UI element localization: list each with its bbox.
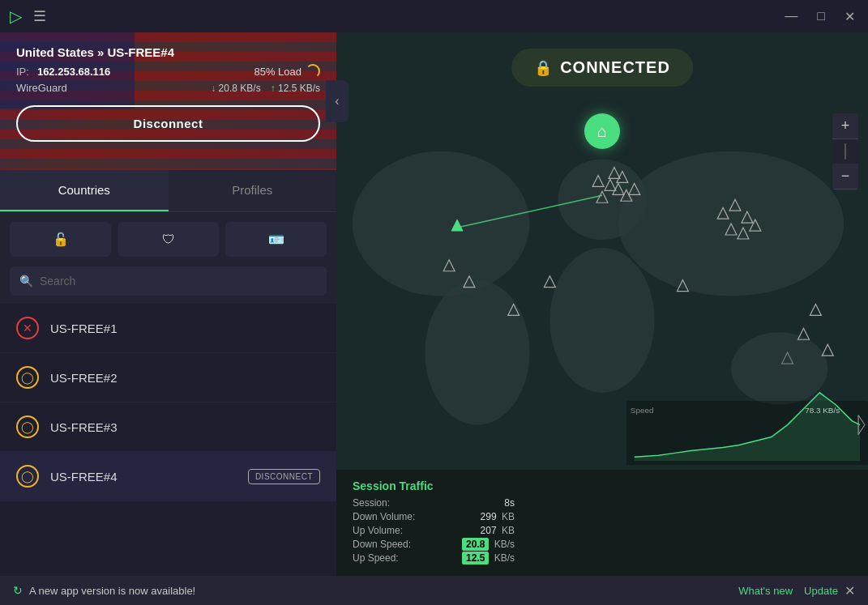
search-icon: 🔍	[19, 275, 33, 288]
filter-row: 🔓 🛡 🪪	[0, 212, 336, 266]
tab-countries[interactable]: Countries	[0, 170, 169, 211]
load-indicator	[306, 64, 320, 79]
server-item[interactable]: ◯ US-FREE#2	[0, 353, 336, 403]
zoom-in-button[interactable]: +	[832, 113, 858, 139]
whats-new-link[interactable]: What's new	[738, 585, 793, 597]
home-pin: ⌂	[584, 113, 620, 149]
maximize-button[interactable]: □	[814, 6, 828, 27]
tab-profiles[interactable]: Profiles	[169, 170, 337, 211]
protocol-speed-row: WireGuard ↓ 20.8 KB/s ↑ 12.5 KB/s	[16, 82, 320, 94]
traffic-label: Up Volume:	[353, 525, 403, 536]
speed-info: ↓ 20.8 KB/s ↑ 12.5 KB/s	[211, 83, 320, 94]
ip-value: 162.253.68.116	[37, 66, 110, 78]
traffic-label: Up Speed:	[353, 552, 399, 564]
left-panel: United States » US-FREE#4 IP: 162.253.68…	[0, 32, 336, 576]
protocol-label: WireGuard	[16, 82, 67, 94]
traffic-row-up-vol: Up Volume: 207 KB	[353, 525, 515, 536]
server-item-active[interactable]: ◯ US-FREE#4 DISCONNECT	[0, 452, 336, 501]
svg-point-4	[549, 248, 654, 393]
bottom-bar: ↻ A new app version is now available! Wh…	[0, 576, 868, 605]
search-box: 🔍	[10, 266, 327, 296]
title-bar: ▷ ☰ — □ ✕	[0, 0, 868, 32]
svg-point-2	[425, 280, 529, 425]
zoom-out-button[interactable]: −	[832, 164, 858, 190]
disconnect-badge[interactable]: DISCONNECT	[248, 469, 320, 484]
update-message: A new app version is now available!	[29, 585, 732, 597]
close-update-button[interactable]: ✕	[844, 583, 855, 599]
filter-all-button[interactable]: 🔓	[10, 222, 111, 257]
traffic-row-down-vol: Down Volume: 299 KB	[353, 511, 515, 522]
hamburger-menu[interactable]: ☰	[33, 7, 46, 25]
svg-point-1	[353, 151, 530, 296]
server-status-active: ◯	[16, 465, 39, 488]
search-input[interactable]	[40, 275, 317, 288]
server-list: ✕ US-FREE#1 ◯ US-FREE#2 ◯ US-FREE#3 ◯ US…	[0, 304, 336, 576]
arrow-down-icon: ↓	[211, 83, 216, 94]
traffic-value: 207 KB	[481, 525, 515, 536]
lock-icon: 🔒	[534, 59, 552, 77]
server-status-warning: ◯	[16, 415, 39, 438]
refresh-icon: ↻	[13, 584, 23, 597]
traffic-value-highlight: 20.8 KB/s	[462, 539, 515, 550]
right-panel: Speed 78.3 KB/s 🔒 CONNECTED ⌂ + − Sess	[336, 32, 868, 576]
disconnect-button[interactable]: Disconnect	[16, 105, 320, 142]
server-name-text: US-FREE#2	[50, 371, 320, 385]
traffic-label: Down Volume:	[353, 511, 415, 522]
connected-badge: 🔒 CONNECTED	[511, 49, 693, 87]
traffic-row-session: Session: 8s	[353, 497, 515, 509]
minimize-button[interactable]: —	[781, 6, 801, 27]
svg-point-6	[731, 332, 827, 404]
server-status-warning: ◯	[16, 366, 39, 389]
filter-id-button[interactable]: 🪪	[225, 222, 327, 257]
collapse-panel-button[interactable]: ‹	[326, 80, 348, 122]
upload-speed: ↑ 12.5 KB/s	[271, 83, 320, 94]
ip-load-row: IP: 162.253.68.116 85% Load	[16, 64, 320, 79]
connection-info: United States » US-FREE#4 IP: 162.253.68…	[16, 45, 320, 142]
server-status-error: ✕	[16, 317, 39, 339]
connection-header: United States » US-FREE#4 IP: 162.253.68…	[0, 32, 336, 170]
search-container: 🔍	[0, 266, 336, 304]
traffic-label: Session:	[353, 497, 390, 509]
traffic-value: 299 KB	[481, 511, 515, 522]
traffic-title: Session Traffic	[353, 479, 515, 492]
zoom-slider[interactable]	[832, 139, 858, 164]
server-name-text: US-FREE#1	[50, 322, 320, 335]
window-controls: — □ ✕	[781, 6, 858, 28]
zoom-track	[844, 143, 846, 160]
traffic-value: 8s	[504, 497, 515, 509]
load-text: 85% Load	[254, 64, 320, 79]
server-name-text: US-FREE#3	[50, 420, 320, 434]
title-bar-left: ▷ ☰	[10, 6, 46, 26]
traffic-label: Down Speed:	[353, 539, 411, 550]
traffic-row-down-speed: Down Speed: 20.8 KB/s	[353, 539, 515, 550]
ip-label: IP:	[16, 66, 29, 78]
arrow-up-icon: ↑	[271, 83, 276, 94]
main-layout: United States » US-FREE#4 IP: 162.253.68…	[0, 32, 868, 576]
traffic-value-highlight: 12.5 KB/s	[462, 552, 515, 564]
close-button[interactable]: ✕	[841, 6, 858, 28]
logo-icon: ▷	[10, 6, 22, 26]
zoom-controls: + −	[832, 113, 858, 190]
server-item[interactable]: ◯ US-FREE#3	[0, 403, 336, 452]
session-traffic: Session Traffic Session: 8s Down Volume:…	[336, 470, 868, 576]
traffic-info: Session Traffic Session: 8s Down Volume:…	[353, 479, 515, 566]
tabs-row: Countries Profiles	[0, 170, 336, 212]
server-name-text: US-FREE#4	[50, 470, 237, 484]
server-item[interactable]: ✕ US-FREE#1	[0, 304, 336, 353]
update-link[interactable]: Update	[804, 585, 838, 597]
server-name: United States » US-FREE#4	[16, 45, 320, 59]
connected-text: CONNECTED	[560, 58, 670, 77]
traffic-row-up-speed: Up Speed: 12.5 KB/s	[353, 552, 515, 564]
svg-text:Speed: Speed	[631, 406, 654, 415]
download-speed: ↓ 20.8 KB/s	[211, 83, 260, 94]
filter-shield-button[interactable]: 🛡	[118, 222, 219, 257]
